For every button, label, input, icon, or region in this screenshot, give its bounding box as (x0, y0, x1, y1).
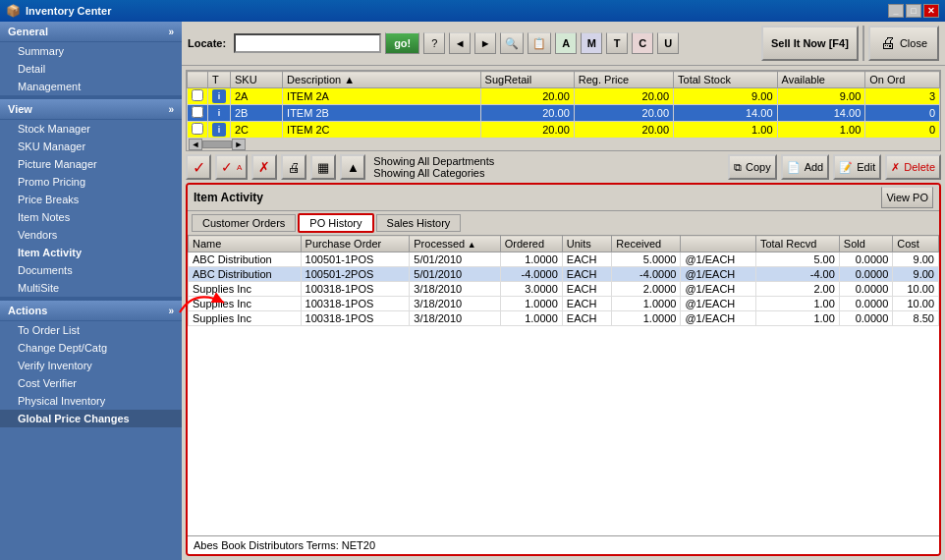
ia-cell-received-3: 1.0000 (612, 297, 681, 311)
row-available-2: 1.00 (777, 122, 865, 139)
sidebar-item-detail[interactable]: Detail (0, 60, 182, 78)
scroll-right[interactable]: ► (232, 139, 246, 150)
sidebar-section-general[interactable]: General » (0, 22, 182, 42)
sidebar-item-promo-pricing[interactable]: Promo Pricing (0, 173, 182, 191)
inventory-row-1[interactable]: i 2B ITEM 2B 20.00 20.00 14.00 14.00 0 (188, 105, 940, 122)
row-checkbox-1[interactable] (188, 105, 208, 122)
sell-it-now-button[interactable]: Sell It Now [F4] (761, 26, 859, 61)
ia-row-0[interactable]: ABC Distribution 100501-1POS 5/01/2010 1… (189, 252, 939, 267)
inventory-row-2[interactable]: i 2C ITEM 2C 20.00 20.00 1.00 1.00 0 (188, 122, 940, 139)
ia-cell-rate-0: @1/EACH (681, 252, 756, 267)
edit-button[interactable]: 📝 Edit (833, 154, 881, 180)
sidebar-item-change-dept[interactable]: Change Dept/Catg (0, 339, 182, 357)
t-button[interactable]: T (606, 32, 628, 54)
ia-col-ordered[interactable]: Ordered (500, 236, 562, 252)
row-available-1: 14.00 (777, 105, 865, 122)
row-checkbox-2[interactable] (188, 122, 208, 139)
sidebar-section-view[interactable]: View » (0, 99, 182, 120)
sidebar-item-verify-inventory[interactable]: Verify Inventory (0, 357, 182, 374)
tab-customer-orders[interactable]: Customer Orders (192, 214, 296, 232)
ia-footer-text: Abes Book Distributors Terms: NET20 (194, 539, 375, 551)
scroll-left[interactable]: ◄ (189, 139, 202, 150)
sidebar-item-multisite[interactable]: MultiSite (0, 279, 182, 297)
edit-checkmark-button[interactable]: ✓A (215, 154, 248, 180)
x-button[interactable]: ✗ (251, 154, 277, 180)
sidebar-item-price-breaks[interactable]: Price Breaks (0, 191, 182, 208)
ia-col-cost[interactable]: Cost (893, 236, 939, 252)
ia-cell-processed-3: 3/18/2010 (410, 297, 500, 311)
u-button[interactable]: U (657, 32, 679, 54)
col-on-order[interactable]: On Ord (865, 72, 940, 88)
up-arrow-button[interactable]: ▲ (340, 154, 365, 180)
sidebar-item-vendors[interactable]: Vendors (0, 226, 182, 244)
maximize-button[interactable]: □ (906, 4, 921, 18)
delete-button[interactable]: ✗ Delete (885, 154, 941, 180)
ia-footer: Abes Book Distributors Terms: NET20 (188, 535, 939, 554)
sidebar-item-sku-manager[interactable]: SKU Manager (0, 138, 182, 155)
ia-cell-name-4: Supplies Inc (189, 311, 302, 326)
print-button[interactable]: 🖨 (281, 154, 306, 180)
edit-icon: 📝 (839, 161, 853, 174)
c-button[interactable]: C (632, 32, 653, 54)
content-area: Locate: go! ? ◄ ► 🔍 📋 A M T C U Sell It … (182, 22, 945, 560)
ia-row-3[interactable]: Supplies Inc 100318-1POS 3/18/2010 1.000… (189, 297, 939, 311)
col-sku[interactable]: SKU (231, 72, 283, 88)
col-total-stock[interactable]: Total Stock (674, 72, 777, 88)
sidebar-section-actions[interactable]: Actions » (0, 301, 182, 321)
ia-col-total-recvd[interactable]: Total Recvd (755, 236, 839, 252)
help-button[interactable]: ? (423, 32, 445, 54)
row-checkbox-0[interactable] (188, 88, 208, 105)
view-po-button[interactable]: View PO (881, 187, 933, 208)
sidebar-item-to-order-list[interactable]: To Order List (0, 321, 182, 339)
search-button[interactable]: 🔍 (500, 32, 524, 54)
ia-col-po[interactable]: Purchase Order (301, 236, 410, 252)
sidebar-item-global-price-changes[interactable]: Global Price Changes (0, 410, 182, 427)
sidebar-item-picture-manager[interactable]: Picture Manager (0, 155, 182, 173)
ia-col-units[interactable]: Units (562, 236, 612, 252)
row-sugretail-2: 20.00 (480, 122, 574, 139)
inventory-row-0[interactable]: i 2A ITEM 2A 20.00 20.00 9.00 9.00 3 (188, 88, 940, 105)
sidebar-item-summary[interactable]: Summary (0, 42, 182, 60)
minimize-button[interactable]: _ (888, 4, 904, 18)
col-reg-price[interactable]: Reg. Price (574, 72, 673, 88)
back-button[interactable]: ◄ (449, 32, 471, 54)
copy-button[interactable]: ⧉ Copy (728, 154, 777, 180)
clipboard-button[interactable]: 📋 (528, 32, 551, 54)
window-controls: _ □ ✕ (888, 4, 939, 18)
sidebar-item-item-notes[interactable]: Item Notes (0, 208, 182, 226)
sidebar-item-item-activity[interactable]: Item Activity (0, 244, 182, 261)
checkmark-button[interactable]: ✓ (186, 154, 211, 180)
ia-cell-name-2: Supplies Inc (189, 282, 302, 297)
horizontal-scrollbar[interactable]: ◄ ► (187, 139, 940, 150)
ia-col-name[interactable]: Name (189, 236, 302, 252)
a-button[interactable]: A (555, 32, 577, 54)
close-window-button[interactable]: ✕ (923, 4, 939, 18)
go-button[interactable]: go! (385, 32, 419, 54)
m-button[interactable]: M (581, 32, 602, 54)
ia-col-received[interactable]: Received (612, 236, 681, 252)
ia-row-1[interactable]: ABC Distribution 100501-2POS 5/01/2010 -… (189, 267, 939, 282)
tab-sales-history[interactable]: Sales History (376, 214, 462, 232)
add-button[interactable]: 📄 Add (781, 154, 830, 180)
col-description[interactable]: Description ▲ (283, 72, 480, 88)
sidebar-item-stock-manager[interactable]: Stock Manager (0, 120, 182, 138)
ia-cell-units-3: EACH (562, 297, 612, 311)
sidebar-item-management[interactable]: Management (0, 78, 182, 95)
close-button[interactable]: 🖨 Close (868, 26, 939, 61)
tab-po-history[interactable]: PO History (298, 213, 373, 233)
col-sug-retail[interactable]: SugRetail (480, 72, 574, 88)
sidebar-section-general-label: General (8, 26, 48, 37)
locate-input[interactable] (234, 33, 381, 53)
scroll-thumb[interactable] (202, 140, 232, 148)
forward-button[interactable]: ► (474, 32, 496, 54)
ia-row-2[interactable]: Supplies Inc 100318-1POS 3/18/2010 3.000… (189, 282, 939, 297)
col-available[interactable]: Available (777, 72, 865, 88)
ia-row-4[interactable]: Supplies Inc 100318-1POS 3/18/2010 1.000… (189, 311, 939, 326)
ia-col-processed[interactable]: Processed (410, 236, 500, 252)
sidebar-item-cost-verifier[interactable]: Cost Verifier (0, 374, 182, 392)
grid-button[interactable]: ▦ (310, 154, 336, 180)
sidebar-item-documents[interactable]: Documents (0, 261, 182, 279)
app-title: Inventory Center (26, 5, 111, 17)
sidebar-item-physical-inventory[interactable]: Physical Inventory (0, 392, 182, 410)
ia-col-sold[interactable]: Sold (839, 236, 892, 252)
